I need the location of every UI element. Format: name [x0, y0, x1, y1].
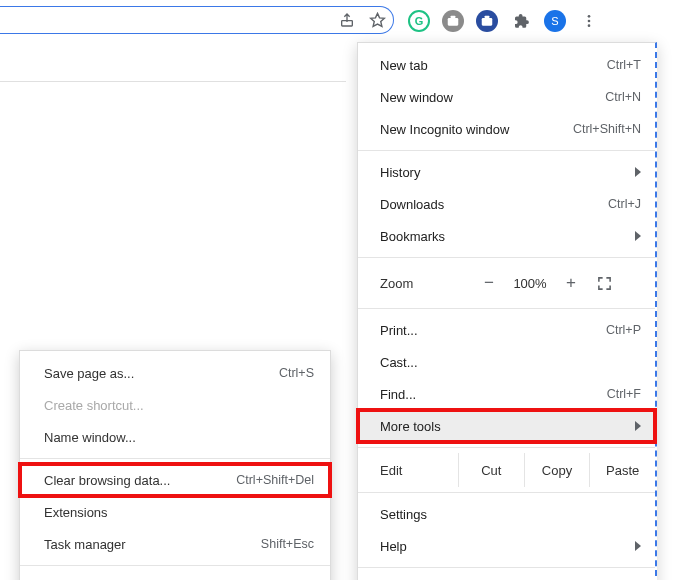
- cut-button[interactable]: Cut: [458, 453, 524, 487]
- chevron-right-icon: [635, 421, 641, 431]
- submenu-save-page[interactable]: Save page as... Ctrl+S: [20, 357, 330, 389]
- menu-shortcut: Ctrl+N: [605, 90, 641, 104]
- menu-label: History: [380, 165, 420, 180]
- menu-label: Help: [380, 539, 407, 554]
- menu-shortcut: Ctrl+P: [606, 323, 641, 337]
- menu-new-window[interactable]: New window Ctrl+N: [358, 81, 655, 113]
- menu-separator: [20, 565, 330, 566]
- menu-separator: [358, 257, 655, 258]
- submenu-label: Save page as...: [44, 366, 134, 381]
- copy-button[interactable]: Copy: [524, 453, 590, 487]
- paste-button[interactable]: Paste: [589, 453, 655, 487]
- submenu-shortcut: Shift+Esc: [261, 537, 314, 551]
- menu-shortcut: Ctrl+J: [608, 197, 641, 211]
- menu-shortcut: Ctrl+Shift+N: [573, 122, 641, 136]
- menu-edit-row: Edit Cut Copy Paste: [358, 453, 655, 487]
- submenu-developer-tools[interactable]: Developer tools Ctrl+Shift+I: [20, 571, 330, 580]
- submenu-shortcut: Ctrl+S: [279, 366, 314, 380]
- svg-rect-2: [451, 16, 456, 19]
- menu-label: Downloads: [380, 197, 444, 212]
- zoom-out-button[interactable]: −: [472, 273, 506, 293]
- menu-find[interactable]: Find... Ctrl+F: [358, 378, 655, 410]
- menu-label: Print...: [380, 323, 418, 338]
- svg-point-7: [588, 24, 591, 27]
- menu-label: More tools: [380, 419, 441, 434]
- menu-label: Find...: [380, 387, 416, 402]
- menu-shortcut: Ctrl+F: [607, 387, 641, 401]
- menu-history[interactable]: History: [358, 156, 655, 188]
- extension-row: G S: [400, 4, 666, 38]
- fullscreen-icon[interactable]: [588, 276, 620, 291]
- menu-separator: [20, 458, 330, 459]
- star-icon[interactable]: [367, 10, 387, 30]
- menu-separator: [358, 308, 655, 309]
- menu-shortcut: Ctrl+T: [607, 58, 641, 72]
- svg-rect-1: [448, 18, 459, 26]
- extension-icon[interactable]: [476, 10, 498, 32]
- menu-exit[interactable]: Exit: [358, 573, 655, 580]
- menu-more-tools[interactable]: More tools: [358, 410, 655, 442]
- menu-label: New tab: [380, 58, 428, 73]
- menu-settings[interactable]: Settings: [358, 498, 655, 530]
- menu-label: New window: [380, 90, 453, 105]
- submenu-task-manager[interactable]: Task manager Shift+Esc: [20, 528, 330, 560]
- kebab-menu-icon[interactable]: [578, 10, 600, 32]
- menu-zoom: Zoom − 100% +: [358, 263, 655, 303]
- submenu-shortcut: Ctrl+Shift+Del: [236, 473, 314, 487]
- menu-separator: [358, 150, 655, 151]
- submenu-label: Clear browsing data...: [44, 473, 170, 488]
- edit-label: Edit: [358, 453, 458, 487]
- zoom-label: Zoom: [380, 276, 472, 291]
- menu-downloads[interactable]: Downloads Ctrl+J: [358, 188, 655, 220]
- menu-label: Bookmarks: [380, 229, 445, 244]
- menu-new-incognito[interactable]: New Incognito window Ctrl+Shift+N: [358, 113, 655, 145]
- menu-cast[interactable]: Cast...: [358, 346, 655, 378]
- page-content-strip: [0, 38, 346, 82]
- submenu-label: Create shortcut...: [44, 398, 144, 413]
- svg-point-6: [588, 20, 591, 23]
- menu-print[interactable]: Print... Ctrl+P: [358, 314, 655, 346]
- menu-label: Settings: [380, 507, 427, 522]
- submenu-create-shortcut: Create shortcut...: [20, 389, 330, 421]
- menu-help[interactable]: Help: [358, 530, 655, 562]
- submenu-label: Name window...: [44, 430, 136, 445]
- extensions-puzzle-icon[interactable]: [510, 10, 532, 32]
- menu-label: Cast...: [380, 355, 418, 370]
- menu-separator: [358, 447, 655, 448]
- menu-label: New Incognito window: [380, 122, 509, 137]
- svg-rect-3: [482, 18, 493, 26]
- svg-point-5: [588, 15, 591, 18]
- menu-new-tab[interactable]: New tab Ctrl+T: [358, 49, 655, 81]
- extension-icon[interactable]: [442, 10, 464, 32]
- chrome-main-menu: New tab Ctrl+T New window Ctrl+N New Inc…: [357, 42, 657, 580]
- submenu-name-window[interactable]: Name window...: [20, 421, 330, 453]
- chevron-right-icon: [635, 167, 641, 177]
- submenu-extensions[interactable]: Extensions: [20, 496, 330, 528]
- submenu-label: Task manager: [44, 537, 126, 552]
- grammarly-extension-icon[interactable]: G: [408, 10, 430, 32]
- svg-rect-4: [485, 16, 490, 19]
- menu-separator: [358, 567, 655, 568]
- chevron-right-icon: [635, 541, 641, 551]
- menu-separator: [358, 492, 655, 493]
- menu-bookmarks[interactable]: Bookmarks: [358, 220, 655, 252]
- zoom-in-button[interactable]: +: [554, 273, 588, 293]
- submenu-clear-browsing-data[interactable]: Clear browsing data... Ctrl+Shift+Del: [20, 464, 330, 496]
- share-icon[interactable]: [337, 10, 357, 30]
- zoom-value: 100%: [506, 276, 554, 291]
- chevron-right-icon: [635, 231, 641, 241]
- address-bar[interactable]: [0, 6, 394, 34]
- submenu-label: Extensions: [44, 505, 108, 520]
- more-tools-submenu: Save page as... Ctrl+S Create shortcut..…: [19, 350, 331, 580]
- profile-avatar[interactable]: S: [544, 10, 566, 32]
